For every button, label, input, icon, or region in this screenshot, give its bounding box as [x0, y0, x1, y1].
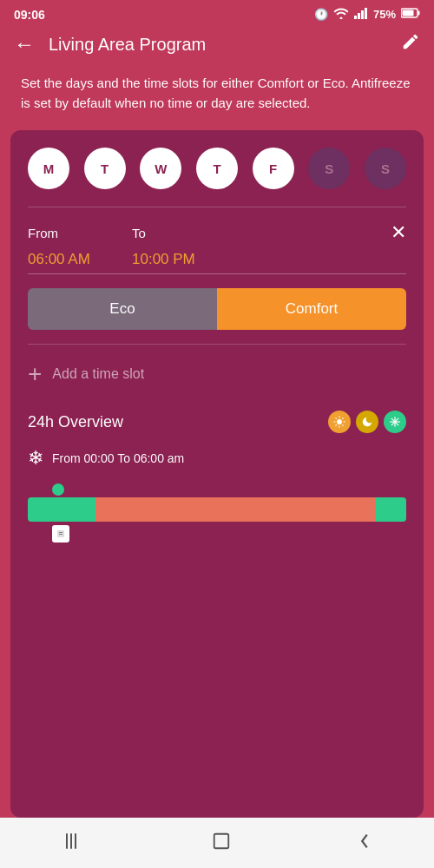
svg-rect-1	[358, 13, 360, 19]
antifreeze-info-row: ❄ From 00:00 To 06:00 am	[28, 447, 406, 470]
svg-rect-0	[354, 16, 357, 19]
to-time-picker[interactable]: 10:00 PM	[132, 251, 406, 274]
remove-slot-button[interactable]: ✕	[391, 221, 406, 244]
eco-button[interactable]: Eco	[28, 288, 217, 330]
svg-rect-2	[361, 10, 364, 19]
battery-percentage: 75%	[373, 8, 396, 21]
status-icons: 🕐 75%	[314, 7, 420, 22]
nav-menu-button[interactable]	[63, 833, 84, 849]
description-text: Set the days and the time slots for eith…	[0, 70, 434, 130]
from-time-picker[interactable]: 06:00 AM	[28, 251, 132, 274]
timeline-bar	[28, 497, 406, 522]
svg-rect-23	[66, 833, 68, 849]
header: ← Living Area Program	[0, 25, 434, 70]
bar-antifreeze-start	[28, 497, 95, 522]
svg-rect-26	[214, 834, 229, 849]
status-bar: 09:06 🕐 75%	[0, 0, 434, 25]
svg-point-7	[337, 419, 342, 424]
from-label: From	[28, 226, 132, 240]
nav-home-button[interactable]	[212, 832, 231, 851]
add-time-slot-button[interactable]: + Add a time slot	[28, 362, 406, 386]
battery-icon	[401, 8, 420, 21]
day-monday[interactable]: M	[28, 148, 69, 189]
svg-rect-5	[403, 10, 414, 16]
alarm-icon: 🕐	[314, 8, 328, 21]
day-friday[interactable]: F	[253, 148, 294, 189]
svg-rect-25	[75, 833, 76, 849]
divider-1	[28, 207, 406, 207]
day-thursday[interactable]: T	[196, 148, 238, 189]
timeline-time-marker	[52, 525, 69, 542]
day-selector: M T W T F S S	[28, 148, 406, 189]
overview-legend-icons	[328, 411, 406, 433]
svg-rect-3	[365, 8, 367, 19]
time-labels-row: From To ✕	[28, 221, 406, 244]
eco-legend-icon	[356, 411, 378, 433]
wifi-icon	[333, 7, 349, 22]
bar-comfort	[95, 497, 376, 522]
day-sunday[interactable]: S	[365, 148, 406, 189]
svg-line-12	[335, 418, 336, 418]
edit-button[interactable]	[401, 32, 420, 56]
antifreeze-legend-icon	[384, 411, 406, 433]
svg-rect-24	[70, 833, 72, 849]
timeline-container	[28, 483, 406, 542]
status-time: 09:06	[14, 8, 45, 22]
page-title: Living Area Program	[49, 35, 401, 55]
svg-line-15	[335, 424, 336, 425]
main-card: M T W T F S S From To ✕ 06:00 AM 10:00 P…	[10, 130, 424, 818]
add-icon: +	[28, 362, 42, 386]
antifreeze-time-text: From 00:00 To 06:00 am	[52, 451, 184, 465]
overview-header: 24h Overview	[28, 411, 406, 433]
svg-rect-6	[418, 11, 420, 16]
timeline-dot	[52, 483, 64, 496]
svg-line-13	[342, 424, 343, 425]
svg-rect-21	[59, 532, 62, 533]
snowflake-icon: ❄	[28, 447, 43, 470]
svg-rect-22	[59, 534, 62, 535]
divider-2	[28, 344, 406, 345]
signal-icon	[354, 7, 368, 22]
overview-title: 24h Overview	[28, 413, 123, 431]
mode-toggle: Eco Comfort	[28, 288, 406, 330]
day-tuesday[interactable]: T	[84, 148, 126, 189]
svg-line-14	[342, 418, 343, 418]
back-button[interactable]: ←	[14, 32, 35, 56]
add-slot-label: Add a time slot	[52, 366, 144, 382]
bar-antifreeze-end	[376, 497, 406, 522]
time-values-row: 06:00 AM 10:00 PM	[28, 251, 406, 274]
comfort-legend-icon	[328, 411, 351, 433]
bottom-navigation	[0, 818, 434, 868]
to-label: To	[132, 226, 391, 240]
comfort-button[interactable]: Comfort	[217, 288, 406, 330]
day-saturday[interactable]: S	[308, 148, 350, 189]
day-wednesday[interactable]: W	[140, 148, 181, 189]
nav-back-button[interactable]	[358, 832, 371, 851]
